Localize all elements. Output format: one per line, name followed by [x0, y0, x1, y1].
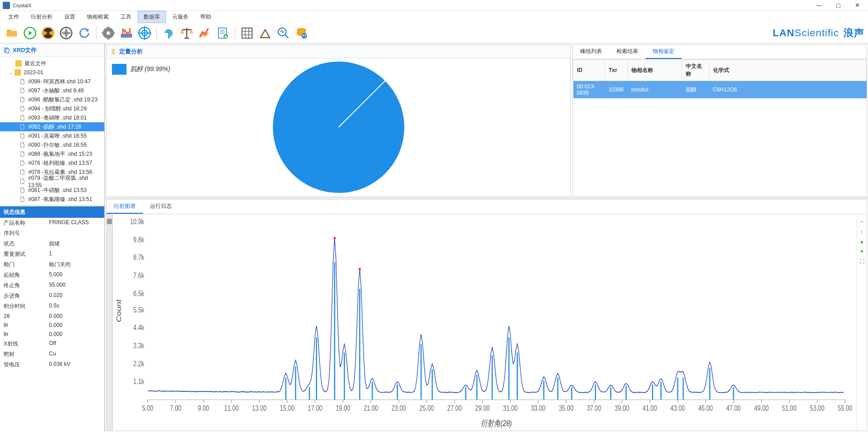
minimize-button[interactable]: — — [813, 2, 825, 9]
svg-text:9.8k: 9.8k — [133, 235, 145, 244]
svg-text:51.00: 51.00 — [782, 403, 796, 412]
tree-file[interactable]: #090 -扑尔敏 .shd 16:55 — [0, 140, 104, 149]
menu-2[interactable]: 设置 — [59, 11, 81, 23]
svg-point-5 — [107, 31, 110, 35]
expand-v-icon[interactable]: ↕ — [858, 228, 866, 235]
tree-file[interactable]: #097 -水杨酸 .shd 9:49 — [0, 86, 104, 95]
tree-file[interactable]: #079 -盐酸二甲双胍 .shd 13:55 — [0, 177, 104, 186]
tree-file[interactable]: #093 -奥硝唑 .shd 18:01 — [0, 113, 104, 122]
svg-text:47.00: 47.00 — [726, 403, 741, 412]
maximize-button[interactable]: ◻ — [832, 2, 844, 9]
svg-text:5.5k: 5.5k — [133, 305, 145, 314]
svg-text:33.00: 33.00 — [531, 403, 545, 412]
tree-file[interactable]: #096 -醋酸氯己定 .shd 19:23 — [0, 95, 104, 104]
status-row: 终止角55.000 — [0, 280, 104, 291]
svg-text:17.00: 17.00 — [308, 403, 322, 412]
menu-3[interactable]: 物相检索 — [82, 11, 114, 23]
svg-text:7.00: 7.00 — [170, 403, 181, 412]
svg-text:15.00: 15.00 — [280, 403, 295, 412]
menu-5[interactable]: 数据库 — [138, 11, 166, 23]
refresh-button[interactable] — [76, 25, 92, 41]
svg-text:1.1k: 1.1k — [133, 377, 145, 385]
phase-row[interactable]: 00-013-063510386Inositol肌醇C6H12O6 — [573, 81, 867, 99]
settings-gear-button[interactable] — [100, 25, 116, 41]
tree-file[interactable]: #094 - 别嘌醇.shd 18:29 — [0, 104, 104, 113]
svg-text:4.4k: 4.4k — [133, 323, 145, 332]
menu-7[interactable]: 帮助 — [195, 11, 217, 23]
status-row: 积分时间0.5s — [0, 301, 104, 312]
tree-file[interactable]: #088 -氨氯地平 .shd 15:23 — [0, 149, 104, 158]
toolbar: LANScientific 浪声 — [0, 23, 868, 43]
status-row: 靶材Cu — [0, 349, 104, 360]
svg-text:3.3k: 3.3k — [133, 341, 145, 350]
status-panel: 状态信息 产品名称FRINGE CLASS序列号状态就绪重复测试1舱门舱门关闭起… — [0, 206, 104, 432]
play-button[interactable] — [22, 25, 38, 41]
spectrum-colors-button[interactable] — [118, 25, 135, 41]
svg-point-35 — [305, 34, 306, 36]
status-header: 状态信息 — [0, 206, 104, 218]
tree-recent[interactable]: 最近文件 — [0, 59, 104, 68]
trend-chart-button[interactable] — [197, 25, 213, 41]
menu-6[interactable]: 云服务 — [167, 11, 194, 23]
svg-rect-6 — [108, 26, 109, 29]
open-folder-button[interactable] — [4, 25, 20, 41]
menubar: 文件衍射分析设置物相检索工具数据库云服务帮助 — [0, 11, 868, 23]
aperture-button[interactable] — [58, 25, 74, 41]
diffraction-chart[interactable]: 1.1k2.2k3.3k4.4k5.5k6.5k7.6k8.7k9.8k10.9… — [113, 214, 857, 431]
svg-text:19.00: 19.00 — [336, 403, 350, 412]
status-row: 舱门舱门关闭 — [0, 259, 104, 270]
fingerprint-button[interactable] — [160, 25, 177, 41]
svg-text:49.00: 49.00 — [754, 403, 769, 412]
radiation-button[interactable] — [40, 25, 56, 41]
tree-file[interactable]: #092 -肌醇 .shd 17:28 — [0, 122, 104, 131]
status-row: X射线Off — [0, 339, 104, 349]
vertical-zoom-slider[interactable] — [107, 214, 113, 431]
balance-button[interactable] — [179, 25, 195, 41]
svg-point-2 — [47, 32, 49, 34]
spectrum-tab[interactable]: 运行日志 — [143, 200, 179, 214]
pie-legend: 肌醇 (99.99%) — [112, 64, 170, 75]
target-button[interactable] — [136, 25, 153, 41]
svg-text:37.00: 37.00 — [587, 403, 601, 412]
svg-point-33 — [301, 33, 307, 39]
app-icon — [3, 2, 10, 9]
fullscreen-icon[interactable]: ⛶ — [858, 258, 866, 265]
result-tab[interactable]: 检索结果 — [609, 45, 645, 59]
peak-flag-button[interactable] — [257, 25, 273, 41]
svg-text:45.00: 45.00 — [698, 403, 713, 412]
expand-h-icon[interactable]: ↔ — [858, 218, 866, 225]
down-arrow-icon[interactable]: ▼ — [858, 248, 866, 255]
close-button[interactable]: ✕ — [851, 2, 863, 9]
spectrum-tab[interactable]: 衍射图谱 — [107, 200, 143, 214]
status-row: 产品名称FRINGE CLASS — [0, 218, 104, 228]
tree-file[interactable]: #098- 阿莫西林.shd 10:47 — [0, 77, 104, 86]
result-tab[interactable]: 峰线列表 — [573, 45, 609, 59]
svg-rect-9 — [113, 32, 115, 34]
status-row: 状态就绪 — [0, 239, 104, 249]
up-arrow-icon[interactable]: ▲ — [858, 238, 866, 245]
svg-text:23.00: 23.00 — [392, 403, 406, 412]
svg-text:29.00: 29.00 — [475, 403, 490, 412]
tree-file[interactable]: #091 -克霉唑 .shd 16:55 — [0, 131, 104, 140]
result-panel: 峰线列表检索结果物相鉴定 IDTxr物相名称中文名称化学式 00-013-063… — [572, 44, 867, 197]
menu-1[interactable]: 衍射分析 — [25, 11, 58, 23]
svg-text:41.00: 41.00 — [643, 403, 657, 412]
tree-file[interactable]: #076 -格列吡嗪 .shd 13:57 — [0, 158, 104, 168]
menu-0[interactable]: 文件 — [3, 11, 24, 23]
tree-file[interactable]: #087 -氢氯噻嗪 .shd 13:51 — [0, 195, 104, 204]
result-tab[interactable]: 物相鉴定 — [645, 45, 682, 59]
database-cloud-button[interactable] — [293, 25, 310, 41]
svg-rect-25 — [242, 28, 252, 38]
svg-text:35.00: 35.00 — [559, 403, 573, 412]
menu-4[interactable]: 工具 — [115, 11, 137, 23]
svg-point-11 — [122, 29, 124, 31]
tree-folder[interactable]: ⌄2023-01 — [0, 68, 104, 77]
report-export-button[interactable] — [215, 25, 231, 41]
svg-text:11.00: 11.00 — [224, 403, 239, 412]
quant-panel: 定量分析 肌醇 (99.99%) — [106, 44, 571, 197]
grid-table-button[interactable] — [239, 25, 255, 41]
hourglass-icon — [110, 48, 116, 55]
search-magnify-button[interactable] — [275, 25, 291, 41]
file-tree[interactable]: 最近文件⌄2023-01#098- 阿莫西林.shd 10:47#097 -水杨… — [0, 57, 104, 206]
result-tabs: 峰线列表检索结果物相鉴定 — [573, 45, 867, 59]
